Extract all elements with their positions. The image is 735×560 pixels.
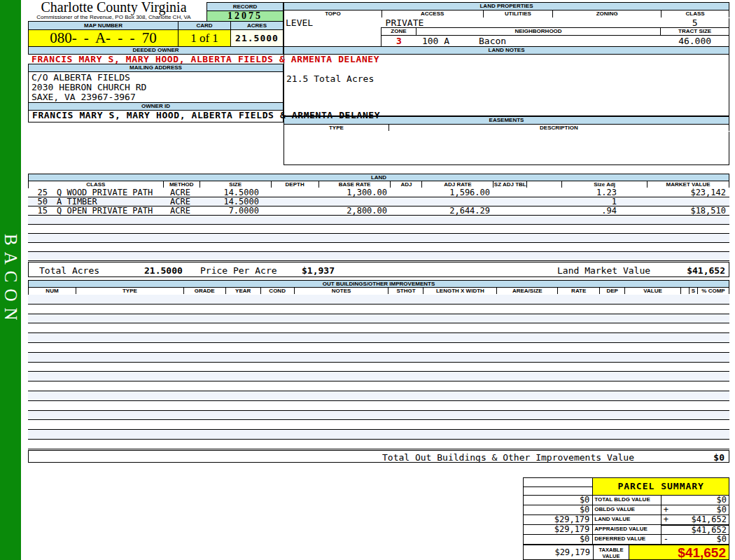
easement-description-label: DESCRIPTION [389, 124, 729, 131]
zoning-value [553, 18, 662, 27]
parcel-row-label: LAND VALUE [593, 515, 661, 524]
parcel-row-obldg: $0 OBLDG VALUE + $0 [524, 505, 729, 514]
access-value: PRIVATE [382, 18, 484, 27]
parcel-left-value: $29,179 [524, 515, 593, 524]
parcel-right-value: $41,652 [682, 524, 729, 534]
owner-panel: MAP NUMBER CARD ACRES 080- - A- - - 70 1… [28, 21, 284, 122]
land-market-value [648, 197, 729, 206]
utilities-label: UTILITIES [484, 10, 554, 18]
land-row: 25Q WOOD PRIVATE PATH ACRE 14.5000 1,300… [28, 188, 729, 197]
out-building-row-empty [28, 353, 729, 363]
access-label: ACCESS [382, 10, 484, 18]
parcel-left-value: $0 [524, 505, 593, 514]
parcel-row-deferred: $0 DEFERRED VALUE - $0 [524, 534, 729, 544]
out-building-row-empty [28, 420, 729, 430]
out-building-row-empty [28, 333, 729, 343]
land-size-adj: 1.23 [562, 188, 648, 197]
land-adj [391, 206, 422, 215]
land-totals-row: Total Acres 21.5000 Price Per Acre $1,93… [28, 262, 729, 277]
parcel-right-value: $0 [682, 535, 729, 544]
col-notes: NOTES [295, 287, 389, 294]
out-buildings-total-row: Total Out Buildings & Other Improvements… [28, 450, 729, 463]
land-row-empty [28, 225, 729, 234]
tract-size-label: TRACT SIZE [661, 28, 729, 35]
land-market-value: $18,510 [648, 206, 729, 215]
out-buildings-total-label: Total Out Buildings & Other Improvements… [382, 452, 634, 463]
land-note: 21.5 Total Acres [286, 74, 374, 84]
parcel-summary-header-left [524, 478, 593, 495]
col-pct-comp: % COMP [698, 287, 729, 294]
parcel-row-label: DEFERRED VALUE [593, 535, 661, 544]
class-value: 5 [661, 18, 729, 27]
out-building-row-empty [28, 304, 729, 314]
total-acres-value: 21.5000 [144, 265, 183, 276]
property-record-card: BACON Charlotte County Virginia Commissi… [0, 0, 735, 560]
land-class: Q WOOD PRIVATE PATH [57, 188, 153, 197]
col-type: TYPE [76, 287, 184, 294]
land-depth [271, 206, 318, 215]
parcel-left-value: $0 [524, 535, 593, 544]
land-market-value-total: $41,652 [687, 265, 725, 276]
land-adj-rate: 2,644.29 [422, 206, 493, 215]
map-number-value: 080- - A- - - 70 [28, 29, 178, 47]
col-adj-rate: ADJ RATE [422, 181, 493, 188]
land-properties-panel: LAND PROPERTIES TOPO ACCESS UTILITIES ZO… [284, 2, 729, 165]
acres-value: 21.5000 [231, 29, 284, 47]
out-building-row-empty [28, 382, 729, 391]
land-sz-adj-tbl [493, 197, 527, 206]
col-market-value: MARKET VALUE [648, 181, 729, 188]
col-value: VALUE [625, 287, 681, 294]
col-s: S [690, 287, 698, 294]
col-depth: DEPTH [272, 181, 319, 188]
parcel-op: + [662, 505, 682, 514]
parcel-summary-header: PARCEL SUMMARY [524, 478, 729, 495]
col-year: YEAR [226, 287, 261, 294]
land-size-adj: 1 [562, 197, 648, 206]
land-properties-headers: TOPO ACCESS UTILITIES ZONING CLASS [284, 10, 729, 18]
land-sz-adj-tbl [493, 188, 527, 197]
taxable-value: $41,652 [629, 545, 729, 559]
land-size-adj: .94 [562, 206, 648, 215]
parcel-left-value: $29,179 [524, 525, 593, 534]
topo-label: TOPO [284, 10, 382, 18]
owner-id-value: FRANCIS MARY S, MARY HOOD, ALBERTA FIELD… [29, 111, 283, 120]
col-blank [527, 181, 562, 188]
total-acres-label: Total Acres [39, 265, 99, 276]
land-row-empty [28, 243, 729, 252]
land-class-num: 50 [28, 197, 48, 206]
taxable-label: TAXABLE VALUE [594, 545, 629, 559]
parcel-left-value: $0 [524, 496, 593, 505]
class-label: CLASS [662, 10, 729, 18]
land-base-rate: 1,300.00 [318, 188, 391, 197]
parcel-op: - [662, 535, 682, 544]
col-area-size: AREA/SIZE [497, 287, 558, 294]
neighborhood-code: 100 A [416, 36, 449, 47]
col-num: NUM [29, 287, 76, 294]
commissioner-subtitle: Commissioner of the Revenue, PO Box 308,… [21, 15, 206, 20]
neighborhood-name: Bacon [479, 36, 506, 47]
land-row-empty [28, 216, 729, 225]
sidebar-district-label: BACON [1, 234, 20, 327]
mailing-address-label: MAILING ADDRESS [28, 64, 284, 72]
land-class-num: 15 [28, 206, 48, 215]
price-per-acre-label: Price Per Acre [200, 265, 277, 276]
land-adj [391, 197, 422, 206]
out-building-row-empty [28, 343, 729, 353]
out-building-row-empty [28, 323, 729, 333]
out-building-row-empty [28, 391, 729, 401]
land-row-empty [28, 234, 729, 243]
parcel-op: + [662, 515, 682, 524]
county-header: Charlotte County Virginia Commissioner o… [21, 0, 206, 21]
col-grade: GRADE [184, 287, 226, 294]
land-depth [271, 188, 318, 197]
land-row: 15Q OPEN PRIVATE PATH ACRE 7.0000 2,800.… [28, 206, 729, 216]
col-class: CLASS [29, 181, 164, 188]
col-length-width: LENGTH X WIDTH [424, 287, 497, 294]
address-line: SAXE, VA 23967-3967 [31, 92, 283, 102]
parcel-summary-title: PARCEL SUMMARY [593, 478, 729, 495]
land-class-num: 25 [28, 188, 48, 197]
easements-box [284, 132, 729, 165]
owner-id-row: FRANCIS MARY S, MARY HOOD, ALBERTA FIELD… [28, 111, 284, 122]
land-method: ACRE [163, 188, 200, 197]
col-method: METHOD [164, 181, 200, 188]
